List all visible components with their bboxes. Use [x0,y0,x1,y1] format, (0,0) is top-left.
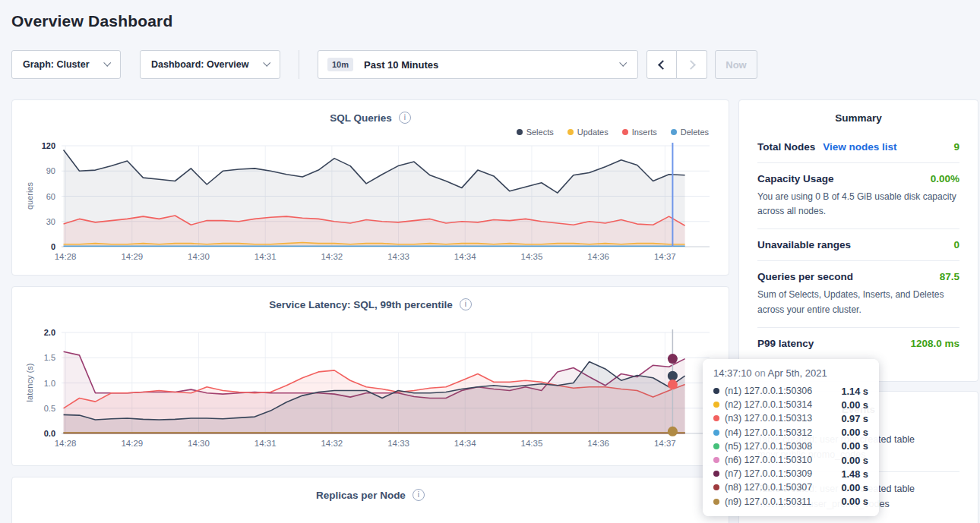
svg-text:14:32: 14:32 [321,439,343,448]
chevron-left-icon [658,60,668,70]
tooltip-node-row: (n9) 127.0.0.1:503110.00 s [713,495,868,509]
tooltip-node-row: (n6) 127.0.0.1:503100.00 s [713,453,868,467]
node-latency-value: 0.00 s [841,496,868,507]
dashboard-controls: Graph: Cluster Dashboard: Overview 10m P… [11,50,980,79]
legend-dot-icon [567,129,574,135]
legend-label: Selects [526,128,554,137]
graph-scope-dropdown[interactable]: Graph: Cluster [11,50,121,79]
legend-dot-icon [517,129,523,135]
info-icon[interactable]: i [460,298,472,310]
replicas-title-row: Replicas per Node i [12,477,729,503]
time-pager [646,50,707,79]
tooltip-rows: (n1) 127.0.0.1:503061.14 s(n2) 127.0.0.1… [713,384,868,509]
tooltip-node-row: (n7) 127.0.0.1:503091.48 s [713,467,868,480]
svg-text:14:33: 14:33 [387,439,409,448]
node-color-dot-icon [713,443,719,449]
svg-text:0.5: 0.5 [44,404,55,413]
service-latency-chart[interactable]: 14:2814:2914:3014:3114:3214:3314:3414:35… [13,328,719,449]
node-address: (n5) 127.0.0.1:50308 [725,441,836,452]
controls-divider [299,50,299,79]
unavailable-ranges-label: Unavailable ranges [757,239,851,250]
node-latency-value: 1.14 s [841,386,868,397]
summary-row-capacity: Capacity Usage 0.00% You are using 0 B o… [757,163,959,229]
page-title: Overview Dashboard [0,0,980,30]
sql-queries-title-row: SQL Queries i [12,100,729,125]
legend-dot-icon [671,129,677,135]
p99-latency-value: 1208.0 ms [910,338,959,349]
chevron-down-icon [263,59,270,67]
unavailable-ranges-value: 0 [953,239,959,250]
node-color-dot-icon [713,415,719,421]
svg-text:14:33: 14:33 [387,252,409,261]
node-color-dot-icon [713,499,719,505]
svg-text:14:30: 14:30 [188,252,210,261]
svg-text:14:37: 14:37 [654,439,676,448]
graph-scope-label: Graph: Cluster [23,59,90,70]
svg-text:2.0: 2.0 [44,328,55,337]
service-latency-card: Service Latency: SQL, 99th percentile i … [11,286,729,466]
chevron-down-icon [103,59,111,67]
sql-queries-card: SQL Queries i SelectsUpdatesInsertsDelet… [11,99,729,276]
summary-row-qps: Queries per second 87.5 Sum of Selects, … [757,261,959,327]
time-forward-button[interactable] [677,50,707,79]
svg-text:14:31: 14:31 [254,439,277,448]
node-address: (n4) 127.0.0.1:50312 [725,427,836,438]
legend-label: Updates [577,128,609,137]
service-latency-title-row: Service Latency: SQL, 99th percentile i [12,287,729,312]
time-range-label: Past 10 Minutes [364,59,438,71]
time-range-badge: 10m [327,58,353,71]
capacity-usage-label: Capacity Usage [757,173,834,184]
replicas-title: Replicas per Node [316,490,406,501]
qps-value: 87.5 [940,271,959,282]
tooltip-node-row: (n1) 127.0.0.1:503061.14 s [713,384,868,398]
svg-text:14:37: 14:37 [654,252,676,261]
service-latency-title: Service Latency: SQL, 99th percentile [269,299,453,310]
info-icon[interactable]: i [399,112,411,124]
node-latency-value: 1.48 s [841,468,868,480]
svg-text:14:28: 14:28 [55,439,77,448]
svg-text:1.5: 1.5 [44,353,55,362]
chart-hover-tooltip: 14:37:10 on Apr 5th, 2021 (n1) 127.0.0.1… [703,359,879,516]
node-address: (n8) 127.0.0.1:50307 [725,482,836,493]
legend-item-inserts: Inserts [622,128,657,137]
tooltip-node-row: (n5) 127.0.0.1:503080.00 s [713,440,868,453]
charts-column: SQL Queries i SelectsUpdatesInsertsDelet… [11,99,729,523]
node-address: (n9) 127.0.0.1:50311 [725,496,836,507]
node-color-dot-icon [713,457,719,463]
svg-text:14:30: 14:30 [188,439,210,448]
view-nodes-list-link[interactable]: View nodes list [823,141,896,153]
sql-queries-chart[interactable]: 14:2814:2914:3014:3114:3214:3314:3414:35… [13,141,719,263]
tooltip-time: 14:37:10 [713,367,752,379]
time-back-button[interactable] [646,50,677,79]
svg-text:14:34: 14:34 [454,439,476,448]
legend-item-selects: Selects [517,128,554,137]
replicas-per-node-card: Replicas per Node i [11,477,729,523]
now-button[interactable]: Now [715,50,757,79]
svg-text:90: 90 [46,166,55,175]
node-latency-value: 0.00 s [841,482,868,493]
svg-text:60: 60 [46,192,55,201]
node-color-dot-icon [713,388,719,394]
summary-title: Summary [757,112,959,124]
dashboard-select-dropdown[interactable]: Dashboard: Overview [140,50,280,79]
svg-text:14:35: 14:35 [521,252,543,261]
node-color-dot-icon [713,484,719,490]
node-latency-value: 0.00 s [841,440,868,452]
svg-text:14:31: 14:31 [254,252,277,261]
capacity-usage-description: You are using 0 B of 4.5 GiB usable disk… [757,190,959,219]
tooltip-connector: on [754,367,765,379]
svg-text:14:29: 14:29 [121,439,143,448]
svg-text:0: 0 [51,242,55,251]
dashboard-select-label: Dashboard: Overview [151,59,249,70]
node-latency-value: 0.97 s [841,413,868,424]
node-address: (n3) 127.0.0.1:50313 [725,413,836,424]
service-latency-chart-body: latency (s) 14:2814:2914:3014:3114:3214:… [13,328,729,449]
sql-queries-legend: SelectsUpdatesInsertsDeletes [12,127,709,137]
time-range-picker[interactable]: 10m Past 10 Minutes [318,50,638,79]
sql-queries-chart-body: queries 14:2814:2914:3014:3114:3214:3314… [13,141,729,263]
info-icon[interactable]: i [413,489,425,501]
legend-dot-icon [622,129,628,135]
node-color-dot-icon [713,471,719,477]
tooltip-date: Apr 5th, 2021 [768,367,827,379]
node-address: (n2) 127.0.0.1:50314 [725,399,836,410]
